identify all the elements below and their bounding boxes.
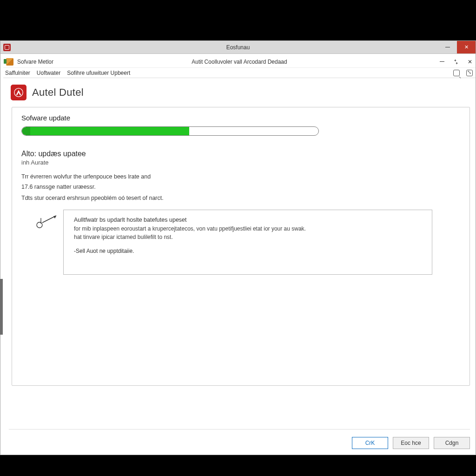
progress-fill bbox=[30, 127, 189, 135]
outer-window: Eosfunau Sofvare Metlor Autit Coolluvole… bbox=[0, 40, 476, 455]
inner-maximize-button[interactable] bbox=[452, 58, 460, 66]
progress-label: Sofware update bbox=[21, 114, 460, 122]
inner-minimize-button[interactable] bbox=[438, 58, 446, 66]
close-button[interactable] bbox=[457, 41, 476, 53]
outer-window-controls bbox=[438, 41, 476, 53]
button-bar: CrK Eoc hce Cdgn bbox=[352, 432, 470, 449]
menu-item-0[interactable]: Saffulniter bbox=[5, 70, 30, 76]
left-gutter bbox=[0, 279, 3, 335]
progress-cap bbox=[22, 127, 30, 135]
cancel-button[interactable]: Cdgn bbox=[434, 437, 470, 449]
brand-row: Autel Dutel bbox=[3, 78, 476, 105]
info-box: Aulltfwatr bs updarlt hoslte batefutes u… bbox=[63, 210, 432, 275]
info-body-1: for mib inplaspeen eoroustart a kruperce… bbox=[74, 225, 422, 233]
updates-subheading: inh Aurate bbox=[21, 159, 460, 166]
info-bullet: -Sell Auot ne upptditaiie. bbox=[74, 248, 422, 254]
brand-logo-icon bbox=[11, 85, 26, 100]
inner-window: Sofvare Metlor Autit Coolluvoler vall Ar… bbox=[3, 56, 476, 455]
info-body-2: hat tinvare ipicar ictamed bulilefilt to… bbox=[74, 233, 422, 241]
progress-bar bbox=[21, 126, 319, 136]
inner-titlebar[interactable]: Sofvare Metlor Autit Coolluvoler vall Ar… bbox=[3, 56, 476, 68]
outer-window-title: Eosfunau bbox=[0, 44, 476, 51]
svg-point-1 bbox=[37, 222, 42, 228]
menu-item-1[interactable]: Uoftwater bbox=[37, 70, 60, 76]
brand-name: Autel Dutel bbox=[32, 86, 84, 99]
button-bar-divider bbox=[9, 429, 470, 430]
inner-window-controls bbox=[438, 56, 474, 67]
inner-close-button[interactable] bbox=[466, 58, 474, 66]
content-panel: Sofware update Alto: updæs upatee inh Au… bbox=[12, 107, 470, 386]
arrow-icon bbox=[36, 215, 59, 227]
expand-icon[interactable] bbox=[466, 70, 473, 76]
outer-titlebar[interactable]: Eosfunau bbox=[0, 41, 476, 54]
updates-heading: Alto: updæs upatee bbox=[21, 150, 460, 158]
updates-line-0: Trr évrerren wolvfur the urfenpouce bees… bbox=[21, 172, 282, 181]
back-button[interactable]: Eoc hce bbox=[393, 437, 429, 449]
menubar-right bbox=[453, 68, 473, 78]
updates-description: Trr évrerren wolvfur the urfenpouce bees… bbox=[21, 172, 282, 202]
info-title: Aulltfwatr bs updarlt hoslte batefutes u… bbox=[74, 217, 422, 223]
minimize-button[interactable] bbox=[438, 41, 457, 53]
updates-line-1: 17.6 ranssge natter uræessr. bbox=[21, 183, 282, 191]
updates-line-2: Tdts stur ocerard ershrsun ppeoblém oó t… bbox=[21, 194, 282, 202]
menubar: Saffulniter Uoftwater Sofihre ufuwituer … bbox=[3, 68, 476, 78]
menu-item-2[interactable]: Sofihre ufuwituer Upbeert bbox=[67, 70, 130, 76]
ok-button[interactable]: CrK bbox=[352, 437, 388, 449]
search-icon[interactable] bbox=[453, 70, 460, 76]
inner-title-center: Autit Coolluvoler vall Arcodard Dedaad bbox=[3, 59, 476, 65]
